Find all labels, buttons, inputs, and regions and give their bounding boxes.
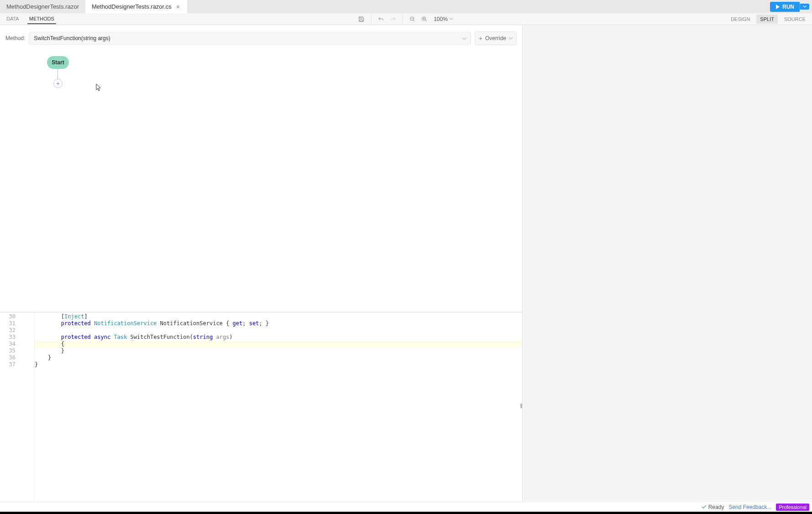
undo-icon[interactable] bbox=[377, 15, 385, 23]
ready-label: Ready bbox=[708, 504, 724, 510]
play-icon bbox=[775, 5, 780, 9]
separator bbox=[371, 15, 371, 23]
send-feedback-link[interactable]: Send Feedback... bbox=[728, 504, 771, 510]
run-area: RUN bbox=[770, 0, 812, 13]
zoom-value: 100% bbox=[434, 16, 448, 22]
toolbar: DATA METHODS 100% DESIGN SPLIT SOURCE bbox=[0, 13, 812, 25]
view-design[interactable]: DESIGN bbox=[729, 15, 752, 24]
toolbar-right-tabs: DESIGN SPLIT SOURCE bbox=[729, 15, 812, 24]
chevron-down-icon bbox=[509, 37, 513, 40]
status-right: Ready Send Feedback... Professional bbox=[702, 504, 809, 511]
plus-icon: + bbox=[56, 80, 60, 87]
line-number-gutter: 3031323334353637 bbox=[0, 312, 18, 502]
fold-gutter bbox=[18, 312, 35, 502]
run-label: RUN bbox=[782, 4, 794, 10]
main-split: Method: SwitchTestFunction(string args) … bbox=[0, 25, 812, 502]
method-value: SwitchTestFunction(string args) bbox=[34, 35, 110, 42]
chevron-down-icon bbox=[462, 35, 466, 42]
properties-pane bbox=[523, 25, 812, 502]
zoom-select[interactable]: 100% bbox=[432, 15, 455, 23]
file-tab-active[interactable]: MethodDesignerTests.razor.cs × bbox=[85, 0, 187, 13]
toolbar-center: 100% bbox=[357, 15, 455, 23]
method-bar: Method: SwitchTestFunction(string args) … bbox=[0, 25, 522, 52]
override-button[interactable]: + Override bbox=[475, 31, 517, 45]
zoom-in-icon[interactable] bbox=[420, 15, 428, 23]
override-label: Override bbox=[485, 35, 506, 42]
file-tab[interactable]: MethodDesignerTests.razor bbox=[0, 0, 85, 13]
plus-icon: + bbox=[479, 35, 482, 42]
save-icon[interactable] bbox=[357, 15, 365, 23]
scroll-handle[interactable] bbox=[520, 404, 522, 408]
svg-line-4 bbox=[425, 20, 426, 21]
tab-data[interactable]: DATA bbox=[5, 14, 21, 24]
tab-methods[interactable]: METHODS bbox=[27, 14, 56, 24]
designer-canvas[interactable]: Start + bbox=[0, 52, 522, 312]
bottom-strip bbox=[0, 512, 812, 514]
license-badge: Professional bbox=[776, 504, 809, 511]
svg-line-1 bbox=[413, 20, 414, 21]
view-split[interactable]: SPLIT bbox=[756, 15, 778, 24]
start-node[interactable]: Start bbox=[47, 56, 69, 69]
spacer bbox=[187, 0, 770, 13]
chevron-down-icon bbox=[450, 18, 453, 20]
start-label: Start bbox=[52, 59, 64, 66]
file-tab-bar: MethodDesignerTests.razor MethodDesigner… bbox=[0, 0, 812, 13]
redo-icon[interactable] bbox=[388, 15, 397, 23]
code-content[interactable]: [Inject] protected NotificationService N… bbox=[35, 312, 522, 502]
toolbar-left-tabs: DATA METHODS bbox=[0, 14, 56, 24]
left-pane: Method: SwitchTestFunction(string args) … bbox=[0, 25, 523, 502]
separator bbox=[402, 15, 403, 23]
close-icon[interactable]: × bbox=[175, 4, 181, 10]
run-button[interactable]: RUN bbox=[770, 2, 800, 12]
status-bar: Ready Send Feedback... Professional bbox=[0, 502, 812, 512]
status-ready: Ready bbox=[702, 504, 724, 510]
tab-label: MethodDesignerTests.razor.cs bbox=[92, 3, 172, 10]
view-source[interactable]: SOURCE bbox=[782, 15, 807, 24]
cursor-icon bbox=[96, 83, 101, 92]
run-dropdown[interactable] bbox=[800, 4, 809, 10]
connector-line bbox=[58, 69, 58, 80]
method-label: Method: bbox=[5, 35, 25, 42]
chevron-down-icon bbox=[803, 5, 807, 8]
zoom-out-icon[interactable] bbox=[408, 15, 416, 23]
method-select[interactable]: SwitchTestFunction(string args) bbox=[29, 32, 471, 45]
code-editor[interactable]: 3031323334353637 [Inject] protected Noti… bbox=[0, 312, 522, 502]
tab-label: MethodDesignerTests.razor bbox=[6, 3, 79, 10]
check-icon bbox=[702, 504, 707, 509]
add-node-button[interactable]: + bbox=[53, 79, 63, 88]
